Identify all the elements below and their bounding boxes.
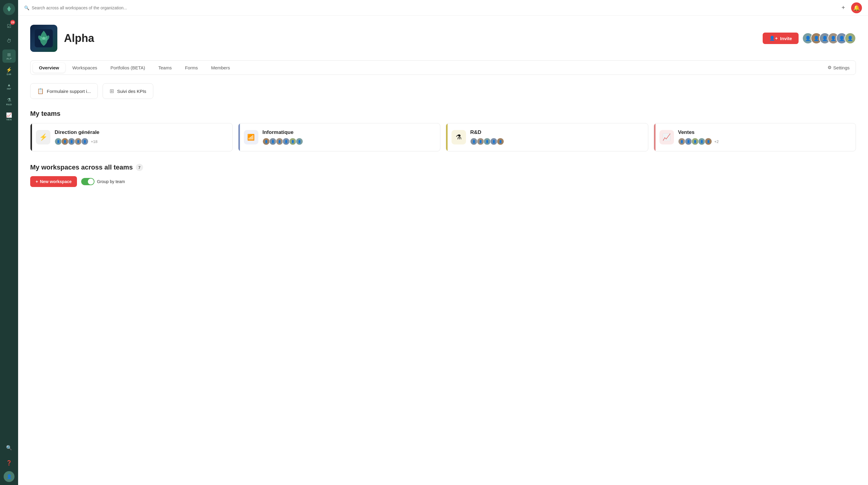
team-member-avatar: 👤: [497, 138, 504, 145]
team-name: R&D: [470, 129, 643, 135]
team-member-avatar: 👤: [477, 138, 484, 145]
sidebar-item-clock[interactable]: ⏱: [2, 34, 16, 47]
group-by-team-toggle-wrap: Group by team: [81, 178, 125, 185]
team-icon: ⚗: [456, 133, 462, 141]
team-members: 👤 👤 👤 👤 👤 👤: [262, 138, 435, 145]
team-accent: [239, 123, 240, 151]
team-icon-wrap: ⚗: [452, 130, 466, 144]
toggle-knob: [88, 179, 94, 185]
wifi-icon: ▲: [7, 83, 11, 87]
settings-icon: ⚙: [828, 65, 832, 70]
new-workspace-button[interactable]: + New workspace: [30, 176, 77, 187]
sidebar-item-ven[interactable]: 📈 VEN: [2, 110, 16, 123]
team-member-avatar: 👤: [691, 138, 699, 145]
team-member-avatar: 👤: [269, 138, 276, 145]
workspaces-count: 7: [136, 164, 143, 171]
new-workspace-label: New workspace: [40, 179, 71, 184]
team-name: Ventes: [678, 129, 850, 135]
team-members-extra: +18: [91, 139, 97, 144]
grid-icon: ⊞: [7, 52, 11, 57]
team-members: 👤 👤 👤 👤 👤 +2: [678, 138, 850, 145]
team-accent: [654, 123, 655, 151]
team-member-avatar: 👤: [276, 138, 283, 145]
sidebar-item-dir[interactable]: ⚡ DIR: [2, 65, 16, 78]
settings-link[interactable]: ⚙ Settings: [824, 62, 853, 73]
team-accent: [446, 123, 447, 151]
tab-teams[interactable]: Teams: [152, 63, 178, 73]
add-button[interactable]: +: [839, 4, 847, 12]
team-member-avatar: 👤: [678, 138, 685, 145]
team-card-ventes[interactable]: 📈 Ventes 👤 👤 👤 👤 👤 +2: [654, 123, 856, 152]
workspaces-actions: + New workspace Group by team: [30, 176, 856, 187]
team-card-rnd[interactable]: ⚗ R&D 👤 👤 👤 👤 👤: [446, 123, 648, 152]
teams-grid: ⚡ Direction générale 👤 👤 👤 👤 👤 +18: [30, 123, 856, 152]
quick-links: 📋 Formulaire support i... ⊞ Suivi des KP…: [30, 83, 856, 99]
sidebar-item-rnd[interactable]: ⚗ R&D: [2, 95, 16, 108]
navigation-tabs: Overview Workspaces Portfolios (BETA) Te…: [30, 60, 856, 75]
workspaces-header: My workspaces across all teams 7: [30, 163, 856, 171]
flask-icon: ⚗: [7, 97, 11, 103]
svg-point-2: [42, 37, 45, 40]
app-logo[interactable]: [3, 3, 15, 15]
sidebar-item-search[interactable]: 🔍: [2, 441, 16, 454]
group-by-team-toggle[interactable]: [81, 178, 94, 185]
tab-members[interactable]: Members: [205, 63, 236, 73]
quick-link-kpi[interactable]: ⊞ Suivi des KPIs: [103, 83, 153, 99]
search-input[interactable]: [32, 5, 836, 10]
sidebar-item-tasks[interactable]: ☑ 23: [2, 19, 16, 33]
user-avatar[interactable]: 👤: [4, 471, 14, 482]
org-header-actions: 👤+ Invite 👤 👤 👤 👤 👤 👤: [763, 33, 856, 44]
team-member-avatar: 👤: [262, 138, 270, 145]
sidebar-item-alpha-label: ALP: [6, 57, 12, 60]
tab-portfolios[interactable]: Portfolios (BETA): [104, 63, 151, 73]
sidebar-item-dir-label: DIR: [7, 73, 11, 76]
org-logo: [30, 25, 57, 52]
team-member-avatar: 👤: [470, 138, 477, 145]
sidebar: ☑ 23 ⏱ ⊞ ALP ⚡ DIR ▲ INF ⚗ R&D 📈 VEN 🔍 ❓…: [0, 0, 18, 485]
tab-workspaces[interactable]: Workspaces: [66, 63, 103, 73]
topbar-actions: + 🔔: [839, 2, 862, 13]
notification-bell[interactable]: 🔔: [851, 2, 862, 13]
tasks-icon: ☑: [7, 23, 11, 29]
team-icon-wrap: ⚡: [36, 130, 51, 144]
quick-link-form[interactable]: 📋 Formulaire support i...: [30, 83, 98, 99]
sidebar-item-inf-label: INF: [7, 88, 11, 90]
workspaces-title: My workspaces across all teams: [30, 163, 133, 171]
team-member-avatar: 👤: [55, 138, 62, 145]
content-area: Alpha 👤+ Invite 👤 👤 👤 👤 👤 👤 Overview: [18, 16, 868, 485]
plus-icon: +: [36, 179, 38, 184]
invite-button[interactable]: 👤+ Invite: [763, 33, 799, 44]
team-icon-wrap: 📈: [659, 130, 674, 144]
team-info: Ventes 👤 👤 👤 👤 👤 +2: [678, 129, 850, 145]
team-info: Informatique 👤 👤 👤 👤 👤 👤: [262, 129, 435, 145]
team-member-avatar: 👤: [61, 138, 68, 145]
team-member-avatar: 👤: [81, 138, 88, 145]
my-teams-title: My teams: [30, 110, 856, 118]
form-icon: 📋: [37, 88, 44, 94]
org-header: Alpha 👤+ Invite 👤 👤 👤 👤 👤 👤: [30, 25, 856, 52]
help-icon: ❓: [6, 460, 12, 466]
team-accent: [30, 123, 32, 151]
team-member-avatar: 👤: [685, 138, 692, 145]
team-member-avatar: 👤: [698, 138, 705, 145]
team-card-informatique[interactable]: 📶 Informatique 👤 👤 👤 👤 👤 👤: [238, 123, 441, 152]
tab-overview[interactable]: Overview: [33, 63, 65, 73]
invite-icon: 👤+: [769, 36, 778, 41]
team-member-avatar: 👤: [490, 138, 497, 145]
team-members: 👤 👤 👤 👤 👤: [470, 138, 643, 145]
tasks-badge: 23: [10, 20, 15, 25]
sidebar-item-help[interactable]: ❓: [2, 456, 16, 469]
org-name: Alpha: [64, 32, 763, 45]
sidebar-item-alpha[interactable]: ⊞ ALP: [2, 50, 16, 63]
kpi-icon: ⊞: [110, 88, 114, 94]
sidebar-item-rnd-label: R&D: [6, 103, 12, 106]
sidebar-item-inf[interactable]: ▲ INF: [2, 79, 16, 93]
team-info: Direction générale 👤 👤 👤 👤 👤 +18: [55, 129, 227, 145]
chart-icon: 📈: [6, 112, 12, 118]
tab-forms[interactable]: Forms: [179, 63, 204, 73]
team-member-avatar: 👤: [296, 138, 303, 145]
team-icon-wrap: 📶: [244, 130, 258, 144]
topbar: 🔍 + 🔔: [18, 0, 868, 16]
team-card-direction[interactable]: ⚡ Direction générale 👤 👤 👤 👤 👤 +18: [30, 123, 233, 152]
team-members: 👤 👤 👤 👤 👤 +18: [55, 138, 227, 145]
